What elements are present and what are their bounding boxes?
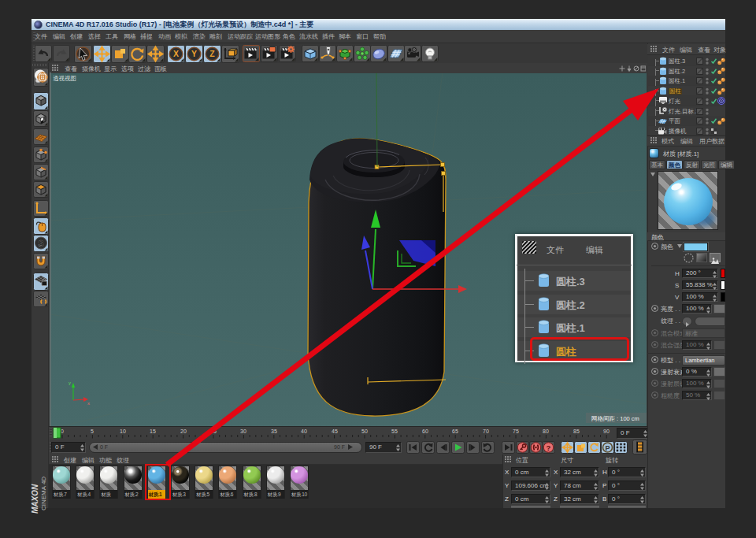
svg-text:Z: Z xyxy=(209,49,215,58)
svg-text:Y: Y xyxy=(191,49,196,58)
svg-text:65: 65 xyxy=(452,429,458,434)
svg-text:85: 85 xyxy=(573,429,580,434)
svg-text:P: P xyxy=(605,443,610,451)
svg-text:0: 0 xyxy=(61,429,64,434)
svg-text:?: ? xyxy=(547,443,551,451)
svg-text:10: 10 xyxy=(120,429,126,434)
svg-text:50: 50 xyxy=(361,429,368,434)
svg-text:55: 55 xyxy=(391,429,398,434)
svg-text:80: 80 xyxy=(543,429,549,434)
svg-text:15: 15 xyxy=(150,429,156,434)
svg-text:5: 5 xyxy=(91,429,94,434)
svg-text:35: 35 xyxy=(271,429,277,434)
svg-text:70: 70 xyxy=(483,429,489,434)
svg-text:x: x xyxy=(87,401,90,406)
svg-text:y: y xyxy=(69,380,71,385)
svg-text:45: 45 xyxy=(332,429,338,434)
svg-text:S: S xyxy=(38,238,43,247)
svg-text:40: 40 xyxy=(301,429,307,434)
svg-text:90: 90 xyxy=(603,429,610,434)
svg-text:20: 20 xyxy=(180,429,187,434)
svg-text:X: X xyxy=(172,49,178,58)
svg-text:网格间距 : 100 cm: 网格间距 : 100 cm xyxy=(591,415,639,422)
svg-text:25: 25 xyxy=(210,429,217,434)
svg-text:30: 30 xyxy=(240,429,246,434)
svg-text:75: 75 xyxy=(513,429,519,434)
svg-text:60: 60 xyxy=(422,429,428,434)
